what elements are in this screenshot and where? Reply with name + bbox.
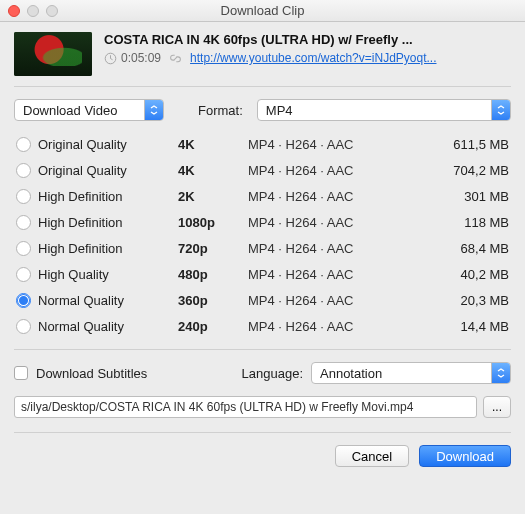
cancel-button[interactable]: Cancel [335,445,409,467]
resolution-label: 240p [178,319,248,334]
quality-radio[interactable] [16,137,31,152]
close-window-button[interactable] [8,5,20,17]
filesize-label: 68,4 MB [461,241,509,256]
resolution-label: 1080p [178,215,248,230]
quality-option-row[interactable]: High Quality480pMP4 · H264 · AAC40,2 MB [14,261,511,287]
codec-label: MP4 · H264 · AAC [248,241,461,256]
subtitles-label: Download Subtitles [36,366,147,381]
format-value: MP4 [266,103,293,118]
quality-option-row[interactable]: Original Quality4KMP4 · H264 · AAC704,2 … [14,157,511,183]
quality-option-row[interactable]: Original Quality4KMP4 · H264 · AAC611,5 … [14,131,511,157]
window-titlebar: Download Clip [0,0,525,22]
quality-radio[interactable] [16,293,31,308]
quality-label: Original Quality [38,163,178,178]
quality-label: High Definition [38,241,178,256]
video-title: COSTA RICA IN 4K 60fps (ULTRA HD) w/ Fre… [104,32,511,47]
language-value: Annotation [320,366,382,381]
format-select[interactable]: MP4 [257,99,511,121]
codec-label: MP4 · H264 · AAC [248,137,453,152]
download-mode-select[interactable]: Download Video [14,99,164,121]
clock-icon [104,52,117,65]
codec-label: MP4 · H264 · AAC [248,163,453,178]
language-select[interactable]: Annotation [311,362,511,384]
quality-radio[interactable] [16,189,31,204]
quality-option-row[interactable]: High Definition2KMP4 · H264 · AAC301 MB [14,183,511,209]
resolution-label: 4K [178,163,248,178]
quality-radio[interactable] [16,241,31,256]
window-controls [8,5,58,17]
codec-label: MP4 · H264 · AAC [248,215,464,230]
save-path-input[interactable]: s/ilya/Desktop/COSTA RICA IN 4K 60fps (U… [14,396,477,418]
duration: 0:05:09 [104,51,161,65]
link-icon [169,52,182,65]
filesize-label: 301 MB [464,189,509,204]
codec-label: MP4 · H264 · AAC [248,267,461,282]
resolution-label: 4K [178,137,248,152]
filesize-label: 611,5 MB [453,137,509,152]
zoom-window-button [46,5,58,17]
quality-option-row[interactable]: High Definition1080pMP4 · H264 · AAC118 … [14,209,511,235]
subtitles-checkbox[interactable] [14,366,28,380]
quality-options-list: Original Quality4KMP4 · H264 · AAC611,5 … [14,131,511,339]
quality-radio[interactable] [16,319,31,334]
quality-label: Original Quality [38,137,178,152]
download-mode-value: Download Video [23,103,117,118]
updown-icon [496,104,506,116]
minimize-window-button [27,5,39,17]
quality-label: High Definition [38,215,178,230]
video-thumbnail [14,32,92,76]
quality-radio[interactable] [16,267,31,282]
resolution-label: 360p [178,293,248,308]
save-path-value: s/ilya/Desktop/COSTA RICA IN 4K 60fps (U… [21,400,413,414]
filesize-label: 40,2 MB [461,267,509,282]
quality-label: Normal Quality [38,293,178,308]
language-label: Language: [242,366,303,381]
resolution-label: 2K [178,189,248,204]
updown-icon [149,104,159,116]
codec-label: MP4 · H264 · AAC [248,293,461,308]
quality-option-row[interactable]: Normal Quality360pMP4 · H264 · AAC20,3 M… [14,287,511,313]
format-label: Format: [198,103,243,118]
download-button[interactable]: Download [419,445,511,467]
separator [14,86,511,87]
codec-label: MP4 · H264 · AAC [248,189,464,204]
quality-label: High Definition [38,189,178,204]
window-title: Download Clip [221,3,305,18]
filesize-label: 20,3 MB [461,293,509,308]
separator [14,349,511,350]
quality-option-row[interactable]: Normal Quality240pMP4 · H264 · AAC14,4 M… [14,313,511,339]
quality-radio[interactable] [16,163,31,178]
quality-label: Normal Quality [38,319,178,334]
updown-icon [496,367,506,379]
filesize-label: 118 MB [464,215,509,230]
quality-label: High Quality [38,267,178,282]
resolution-label: 720p [178,241,248,256]
video-header: COSTA RICA IN 4K 60fps (ULTRA HD) w/ Fre… [14,32,511,76]
quality-radio[interactable] [16,215,31,230]
codec-label: MP4 · H264 · AAC [248,319,461,334]
filesize-label: 14,4 MB [461,319,509,334]
duration-text: 0:05:09 [121,51,161,65]
browse-button[interactable]: ... [483,396,511,418]
resolution-label: 480p [178,267,248,282]
video-url-link[interactable]: http://www.youtube.com/watch?v=iNJdPyoqt… [190,51,436,65]
quality-option-row[interactable]: High Definition720pMP4 · H264 · AAC68,4 … [14,235,511,261]
filesize-label: 704,2 MB [453,163,509,178]
